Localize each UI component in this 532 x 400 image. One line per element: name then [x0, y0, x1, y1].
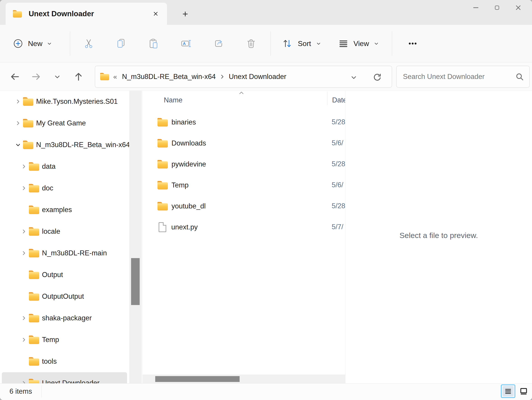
sort-label: Sort — [298, 39, 311, 48]
chevron-right-icon[interactable] — [19, 248, 29, 258]
forward-button[interactable] — [28, 68, 44, 86]
titlebar: Unext Downloader — [0, 0, 532, 25]
folder-icon — [23, 140, 33, 149]
folder-icon — [158, 118, 168, 127]
sidebar-item-label: OutputOutput — [42, 292, 84, 300]
file-row[interactable]: unext.py 5/7/ — [143, 216, 345, 238]
sidebar-item[interactable]: N_m3u8DL-RE_Beta_win-x64 — [0, 134, 129, 156]
minimize-button[interactable] — [465, 0, 487, 15]
address-bar[interactable]: « N_m3u8DL-RE_Beta_win-x64 Unext Downloa… — [95, 66, 392, 88]
column-header-name[interactable]: Name — [164, 96, 183, 104]
chevron-right-icon[interactable] — [19, 378, 29, 384]
breadcrumb-parent[interactable]: N_m3u8DL-RE_Beta_win-x64 — [121, 71, 217, 82]
sidebar-item[interactable]: My Great Game — [0, 112, 129, 134]
folder-icon — [29, 357, 39, 366]
search-icon[interactable] — [515, 72, 524, 82]
cut-button[interactable] — [75, 30, 103, 57]
new-button[interactable]: New — [9, 36, 55, 51]
folder-icon — [29, 292, 39, 301]
address-dropdown-icon[interactable] — [349, 73, 359, 82]
sidebar-item[interactable]: Output — [0, 264, 129, 286]
refresh-icon[interactable] — [371, 71, 383, 83]
rename-button[interactable] — [172, 30, 200, 57]
file-name: binaries — [171, 118, 196, 126]
details-view-toggle[interactable] — [501, 384, 515, 398]
chevron-right-icon[interactable] — [13, 118, 23, 128]
copy-button[interactable] — [107, 30, 135, 57]
sidebar-item-label: doc — [42, 184, 53, 192]
sidebar-item[interactable]: doc — [0, 177, 129, 199]
chevron-right-icon[interactable] — [19, 227, 29, 236]
sidebar-item[interactable]: data — [0, 156, 129, 177]
sort-button[interactable]: Sort — [281, 36, 323, 51]
tab-close-icon[interactable] — [151, 9, 161, 19]
folder-icon — [29, 205, 39, 214]
more-options-button[interactable] — [403, 33, 422, 54]
sidebar-item-label: N_m3u8DL-RE-main — [42, 249, 107, 257]
file-row[interactable]: Temp 5/6/ — [143, 175, 345, 196]
sidebar-item[interactable]: examples — [0, 199, 129, 221]
sidebar-item-label: locale — [42, 227, 60, 235]
sidebar-item-label: tools — [42, 357, 57, 365]
up-button[interactable] — [70, 68, 87, 86]
file-date: 5/28 — [332, 160, 345, 168]
horizontal-scrollbar-thumb[interactable] — [155, 376, 240, 382]
file-list-horizontal-scrollbar[interactable] — [143, 375, 345, 384]
maximize-button[interactable] — [487, 0, 508, 15]
file-name: Downloads — [171, 139, 206, 147]
folder-icon — [13, 10, 22, 18]
file-name: unext.py — [171, 223, 198, 231]
sidebar-item[interactable]: Temp — [0, 329, 129, 351]
status-bar: 6 items — [0, 383, 532, 400]
breadcrumb-current[interactable]: Unext Downloader — [228, 71, 288, 82]
close-button[interactable] — [508, 0, 529, 15]
file-row[interactable]: Downloads 5/6/ — [143, 133, 345, 154]
expander-placeholder — [19, 205, 29, 215]
chevron-right-icon[interactable] — [13, 96, 23, 107]
sidebar-item-label: Mike.Tyson.Mysteries.S01 — [36, 97, 118, 106]
sidebar-item[interactable]: shaka-packager — [0, 307, 129, 329]
sidebar-item[interactable]: tools — [0, 351, 129, 372]
file-row[interactable]: binaries 5/28 — [143, 112, 345, 133]
new-tab-button[interactable] — [179, 8, 192, 20]
file-date: 5/28 — [332, 118, 345, 126]
sidebar-item[interactable]: OutputOutput — [0, 286, 129, 307]
search-input[interactable] — [403, 72, 507, 81]
clipboard-icon — [148, 38, 159, 49]
folder-icon — [158, 139, 168, 147]
sidebar-item[interactable]: locale — [0, 221, 129, 242]
column-divider[interactable] — [327, 92, 327, 105]
large-thumbnails-view-toggle[interactable] — [517, 384, 531, 398]
file-date: 5/6/ — [332, 139, 345, 147]
sidebar-scrollbar[interactable] — [129, 91, 142, 384]
chevron-right-icon[interactable] — [19, 183, 29, 193]
sidebar-scrollbar-thumb[interactable] — [131, 258, 140, 305]
file-row[interactable]: youtube_dl 5/28 — [143, 196, 345, 216]
back-button[interactable] — [7, 68, 23, 86]
chevron-down-icon[interactable] — [13, 140, 23, 150]
sidebar-item[interactable]: Mike.Tyson.Mysteries.S01 — [0, 91, 129, 112]
explorer-tab[interactable]: Unext Downloader — [6, 3, 167, 25]
view-button[interactable]: View — [337, 37, 380, 51]
delete-button[interactable] — [237, 30, 265, 57]
chevron-right-icon[interactable] — [19, 335, 29, 345]
folder-icon — [29, 162, 39, 171]
column-header-date[interactable]: Date — [332, 96, 345, 104]
trash-icon — [246, 38, 257, 49]
paste-button[interactable] — [140, 30, 168, 57]
breadcrumb-overflow[interactable]: « — [113, 73, 117, 81]
sidebar-item[interactable]: N_m3u8DL-RE-main — [0, 242, 129, 264]
content-area: Mike.Tyson.Mysteries.S01 My Great Game N… — [0, 91, 532, 384]
share-button[interactable] — [205, 30, 233, 57]
chevron-right-icon[interactable] — [19, 162, 29, 171]
preview-pane: Select a file to preview. — [345, 91, 532, 384]
toolbar-icon-group — [75, 30, 265, 57]
chevron-right-icon[interactable] — [19, 313, 29, 323]
view-label: View — [354, 39, 369, 48]
sidebar-item-label: Temp — [42, 336, 59, 344]
file-explorer-window: Unext Downloader New — [0, 0, 532, 400]
plus-circle-icon — [13, 38, 24, 49]
sidebar-item-selected[interactable]: Unext Downloader — [2, 372, 127, 384]
file-row[interactable]: pywidevine 5/28 — [143, 154, 345, 175]
recent-locations-button[interactable] — [49, 68, 65, 86]
